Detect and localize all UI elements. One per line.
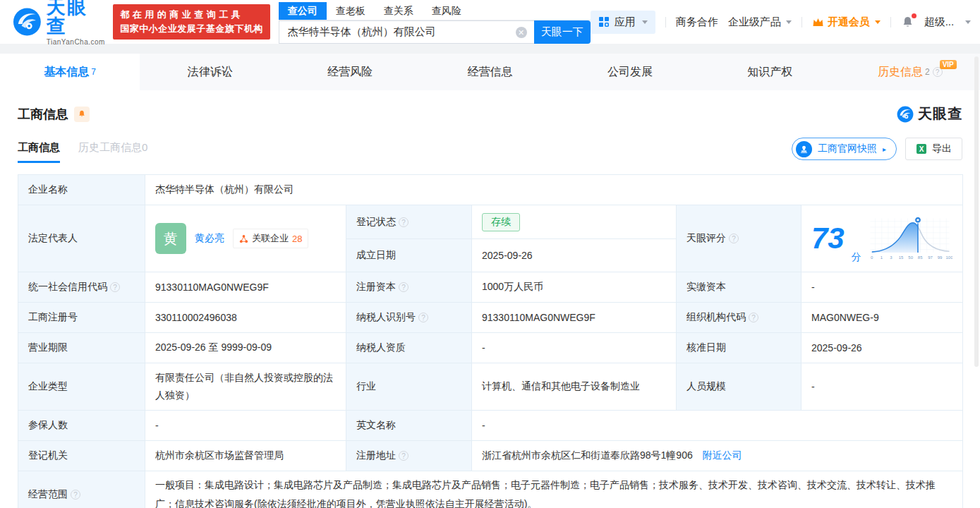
field-label: 营业期限	[18, 333, 145, 363]
tianyancha-company-page: 天眼查 TianYanCha.com 都在用的商业查询工具 国家中小企业发展子基…	[0, 0, 980, 508]
table-row: 营业期限 2025-09-26 至 9999-09-09 纳税人资质 - 核准日…	[18, 333, 963, 363]
vip-badge: VIP	[940, 60, 957, 69]
divider	[801, 17, 802, 28]
taxpayer-quality-value: -	[472, 333, 677, 363]
reg-authority-value: 杭州市余杭区市场监督管理局	[145, 441, 346, 471]
top-nav: 应用 商务合作 企业级产品 开通会员	[591, 11, 972, 34]
official-snapshot-button[interactable]: 工商官网快照 ▸	[792, 138, 897, 160]
nav-open-vip[interactable]: 开通会员	[812, 16, 881, 29]
field-label: 成立日期	[346, 239, 472, 272]
search-button[interactable]: 天眼一下	[534, 20, 591, 44]
enterprise-label: 企业级产品	[728, 16, 781, 29]
search-tab-company[interactable]: 查公司	[279, 2, 327, 20]
tab-label: 知识产权	[747, 65, 792, 80]
field-label: 统一社会信用代码	[18, 272, 145, 303]
tianyancha-logo-icon	[897, 106, 914, 123]
help-icon[interactable]	[399, 217, 409, 227]
search-tab-relation[interactable]: 查关系	[375, 2, 423, 20]
label-text: 登记状态	[356, 216, 396, 227]
help-icon[interactable]	[110, 282, 120, 292]
score-distribution-chart[interactable]: 0 1 3 15 50 85 97 99 100	[869, 210, 952, 267]
label-text: 统一社会信用代码	[28, 281, 107, 292]
english-name-value: -	[472, 411, 963, 441]
tab-business-info[interactable]: 经营信息	[420, 54, 559, 90]
help-icon[interactable]	[71, 490, 80, 500]
notification-dot	[912, 13, 917, 18]
main-content: 工商信息 天眼查 工商信息 历史工商信息0	[0, 104, 980, 508]
taxpayer-id-value: 91330110MAG0NWEG9F	[472, 303, 677, 333]
subtab-row: 工商信息 历史工商信息0 工商官网快照 ▸	[18, 138, 962, 166]
export-button[interactable]: X 导出	[905, 138, 962, 160]
table-row: 企业类型 有限责任公司（非自然人投资或控股的法人独资） 行业 计算机、通信和其他…	[18, 363, 963, 411]
legal-rep-link[interactable]: 黄必亮	[195, 232, 224, 245]
svg-text:97: 97	[928, 255, 933, 260]
stamp-icon	[796, 141, 812, 157]
staff-size-value: -	[801, 363, 963, 411]
help-icon[interactable]	[399, 451, 409, 461]
business-info-table: 企业名称 杰华特半导体（杭州）有限公司 法定代表人 黄 黄必亮	[18, 174, 963, 508]
logo-title: 天眼查	[47, 0, 106, 36]
network-icon	[239, 234, 248, 243]
tab-intellectual-property[interactable]: 知识产权	[700, 54, 840, 90]
promo-line1: 都在用的商业查询工具	[120, 8, 263, 22]
search-input[interactable]	[279, 20, 534, 44]
chevron-down-icon	[875, 20, 881, 24]
field-label: 工商注册号	[18, 303, 145, 333]
help-icon[interactable]	[399, 282, 409, 292]
tab-label: 公司发展	[607, 65, 653, 80]
reg-status-cell: 存续	[472, 205, 677, 239]
table-row: 统一社会信用代码 91330110MAG0NWEG9F 注册资本 1000万人民…	[18, 272, 963, 303]
avatar[interactable]: 黄	[155, 223, 186, 254]
scrollbar[interactable]	[974, 56, 979, 367]
notifications-bell[interactable]	[901, 16, 914, 29]
svg-text:X: X	[919, 145, 924, 153]
help-icon[interactable]	[418, 313, 428, 322]
label-text: 组织机构代码	[686, 311, 746, 322]
tab-history-info[interactable]: VIP 历史信息2	[840, 54, 980, 90]
chevron-down-icon	[965, 20, 971, 24]
field-label: 经营范围	[18, 471, 145, 508]
reg-address-value: 浙江省杭州市余杭区仁和街道奉欣路98号1幢906	[482, 449, 693, 461]
status-badge: 存续	[482, 213, 520, 231]
nearby-companies-link[interactable]: 附近公司	[703, 449, 742, 461]
search-tab-risk[interactable]: 查风险	[423, 2, 471, 20]
svg-text:50: 50	[908, 255, 913, 260]
apps-label: 应用	[615, 16, 636, 29]
apps-menu[interactable]: 应用	[591, 11, 655, 34]
subtab-history-registration[interactable]: 历史工商信息0	[78, 141, 147, 163]
excel-icon: X	[916, 143, 927, 155]
subscribe-bell-button[interactable]	[74, 107, 90, 122]
help-icon[interactable]	[749, 313, 758, 322]
chevron-down-icon	[642, 20, 648, 24]
field-label: 纳税人识别号	[346, 303, 472, 333]
nav-user-menu[interactable]: 超级...	[924, 16, 955, 29]
company-type-value: 有限责任公司（非自然人投资或控股的法人独资）	[145, 363, 346, 411]
arrow-right-icon: ▸	[883, 145, 886, 153]
clear-search-icon[interactable]: ✕	[516, 27, 527, 38]
table-row: 参保人数 - 英文名称 -	[18, 411, 963, 441]
nav-business-cooperation[interactable]: 商务合作	[676, 16, 718, 29]
divider	[890, 17, 891, 28]
logo-domain: TianYanCha.com	[47, 38, 106, 46]
divider	[665, 17, 666, 28]
company-name-value: 杰华特半导体（杭州）有限公司	[145, 175, 963, 205]
search-tab-boss[interactable]: 查老板	[327, 2, 375, 20]
field-label: 天眼评分	[677, 205, 801, 272]
tianyancha-logo-icon	[13, 7, 42, 37]
tab-operating-risk[interactable]: 经营风险	[280, 54, 420, 90]
tab-legal-litigation[interactable]: 法律诉讼	[140, 54, 279, 90]
tab-company-development[interactable]: 公司发展	[560, 54, 700, 90]
field-label: 登记状态	[346, 205, 472, 239]
svg-text:85: 85	[918, 255, 923, 260]
subtab-business-registration[interactable]: 工商信息	[18, 141, 60, 163]
field-label: 企业类型	[18, 363, 145, 411]
field-label: 组织机构代码	[677, 303, 801, 333]
label-text: 经营范围	[28, 488, 68, 500]
related-companies-badge[interactable]: 关联企业 28	[233, 229, 308, 248]
tianyancha-logo[interactable]: 天眼查 TianYanCha.com	[13, 0, 106, 46]
nav-enterprise-product[interactable]: 企业级产品	[728, 16, 792, 29]
tab-basic-info[interactable]: 基本信息7	[0, 54, 140, 90]
svg-text:3: 3	[890, 255, 893, 260]
help-icon[interactable]	[729, 234, 739, 243]
score-unit: 分	[852, 251, 861, 264]
